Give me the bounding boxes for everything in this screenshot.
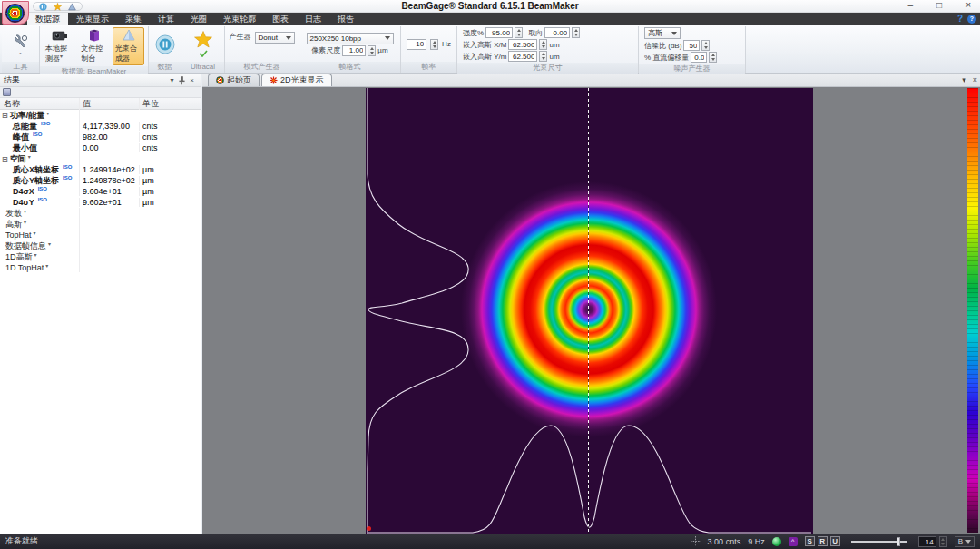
dc-offset-stepper[interactable] <box>709 52 717 63</box>
document-area: 起始页 2D光束显示 ▾ × <box>202 74 980 534</box>
noise-type-select[interactable]: 高斯 <box>644 27 681 39</box>
doc-menu-icon[interactable]: ▾ <box>962 75 966 84</box>
app-logo-plate[interactable] <box>2 1 29 25</box>
crosshair-horizontal[interactable] <box>366 309 813 309</box>
gauss-x-label: 嵌入高斯 X/M <box>463 40 506 50</box>
folder-console-icon <box>87 29 102 43</box>
tab-beam-profile[interactable]: 光束轮廓 <box>215 13 264 25</box>
generator-select[interactable]: Donut <box>255 32 295 44</box>
doc-close-icon[interactable]: × <box>973 75 977 84</box>
table-row[interactable]: 总能量ISO 4,117,339.00cnts <box>0 121 201 132</box>
zoom-slider-handle[interactable] <box>897 537 900 546</box>
pin-icon[interactable] <box>177 75 187 85</box>
group-label-beam-size: 光束尺寸 <box>457 63 638 74</box>
status-s-button[interactable]: S <box>805 536 815 546</box>
orientation-input[interactable] <box>544 27 570 38</box>
table-row[interactable]: 最小值 0.00cnts <box>0 142 201 153</box>
tab-data-source[interactable]: 数据源 <box>27 13 68 25</box>
tab-capture[interactable]: 采集 <box>117 13 150 25</box>
crosshair-vertical[interactable] <box>588 88 589 534</box>
ribbon: - 工具 本地探测器▾ <box>0 25 980 74</box>
collapse-icon: ⊟ <box>2 112 8 120</box>
table-row[interactable]: ⊟空间▾ <box>0 153 201 164</box>
gauss-y-input[interactable] <box>508 51 537 62</box>
color-palette-bar[interactable] <box>967 88 978 533</box>
snr-stepper[interactable] <box>701 40 710 51</box>
minimize-button[interactable]: – <box>908 0 914 10</box>
file-console-button[interactable]: 文件控制台 <box>79 28 109 64</box>
zoom-stepper[interactable] <box>939 536 947 547</box>
group-beam-size: 强度% 取向 嵌入高斯 X/M um 嵌入高斯 Y/m <box>457 26 639 73</box>
about-help-icon[interactable]: ? <box>967 15 976 24</box>
zoom-value-input[interactable]: 14 <box>918 536 936 547</box>
beamgage-window: BeamGage® Standard 6.15.1 BeamMaker – □ … <box>0 0 980 549</box>
panel-close-icon[interactable]: × <box>187 75 197 85</box>
snr-input[interactable] <box>683 40 700 51</box>
frame-rate-input[interactable] <box>407 39 426 50</box>
tab-start-page[interactable]: 起始页 <box>208 74 260 86</box>
tab-beam-display[interactable]: 光束显示 <box>68 13 117 25</box>
table-row[interactable]: D4σYISO 9.602e+01µm <box>0 197 201 208</box>
gauss-y-stepper[interactable] <box>539 51 547 62</box>
beam-synthesizer-button[interactable]: 光束合成器 <box>113 27 144 65</box>
table-row[interactable]: D4σXISO 9.604e+01µm <box>0 186 201 197</box>
table-row[interactable]: 发散▾ <box>0 208 201 219</box>
palette-select[interactable]: B <box>955 536 975 547</box>
zoom-slider[interactable] <box>851 541 907 543</box>
gauss-x-stepper[interactable] <box>539 39 547 50</box>
group-noise-generator: 高斯 信噪比 (dB) % 直流偏移量 噪声产生器 <box>639 26 746 73</box>
group-label-frame-format: 帧格式 <box>299 62 400 73</box>
snr-label: 信噪比 (dB) <box>644 41 681 51</box>
local-detector-button[interactable]: 本地探测器▾ <box>44 28 75 64</box>
orientation-stepper[interactable] <box>572 27 580 38</box>
pixel-scale-input[interactable] <box>342 45 366 56</box>
restore-button[interactable]: □ <box>936 0 942 10</box>
tools-dropdown-dash[interactable]: - <box>19 49 21 55</box>
ribbon-tab-row: 数据源 光束显示 采集 计算 光圈 光束轮廓 图表 日志 报告 ? ? <box>0 13 980 25</box>
table-row[interactable]: 1D高斯▾ <box>0 251 201 262</box>
group-label-tools: 工具 <box>2 62 39 73</box>
chevron-down-icon <box>385 36 390 40</box>
panel-menu-icon[interactable]: ▾ <box>167 75 177 85</box>
tab-aperture[interactable]: 光圈 <box>182 13 215 25</box>
dc-offset-input[interactable] <box>691 52 707 63</box>
table-row[interactable]: 1D TopHat▾ <box>0 262 201 273</box>
pixel-scale-stepper[interactable] <box>368 45 376 56</box>
results-settings-icon[interactable] <box>3 88 11 96</box>
tab-logging[interactable]: 日志 <box>297 13 329 25</box>
table-row[interactable]: TopHat▾ <box>0 230 201 240</box>
beam-2d-canvas[interactable] <box>366 88 813 534</box>
frame-rate-stepper[interactable] <box>430 39 438 50</box>
ultracal-star-icon[interactable] <box>193 31 213 49</box>
table-row[interactable]: 数据帧信息▾ <box>0 240 201 251</box>
group-frame-rate: Hz 帧率 <box>401 26 457 73</box>
table-row[interactable]: 质心X轴坐标ISO 1.249914e+02µm <box>0 164 201 175</box>
collapse-icon: ⊟ <box>2 155 8 163</box>
tab-2d-beam-display[interactable]: 2D光束显示 <box>261 74 332 86</box>
intensity-stepper[interactable] <box>514 27 523 38</box>
quick-access-toolbar <box>33 2 83 11</box>
tab-report[interactable]: 报告 <box>329 13 362 25</box>
pause-quick-icon[interactable] <box>39 3 47 11</box>
ultracal-quick-icon[interactable] <box>54 3 62 11</box>
pause-button-icon[interactable] <box>155 34 175 54</box>
chevron-down-icon <box>286 36 291 40</box>
close-button[interactable]: × <box>965 0 971 10</box>
document-tab-bar: 起始页 2D光束显示 ▾ × <box>202 74 980 87</box>
table-row[interactable]: 高斯▾ <box>0 219 201 230</box>
intensity-input[interactable] <box>485 27 513 38</box>
tab-charts[interactable]: 图表 <box>264 13 297 25</box>
table-row[interactable]: 峰值ISO 982.00cnts <box>0 132 201 142</box>
intensity-label: 强度% <box>463 28 484 38</box>
tab-computations[interactable]: 计算 <box>150 13 182 25</box>
table-row[interactable]: 质心Y轴坐标ISO 1.249878e+02µm <box>0 175 201 186</box>
status-r-button[interactable]: R <box>818 536 828 546</box>
prism-quick-icon[interactable] <box>68 3 76 11</box>
gauss-x-input[interactable] <box>508 39 537 50</box>
help-icon[interactable]: ? <box>957 14 963 24</box>
table-row[interactable]: ⊟功率/能量▾ <box>0 110 201 121</box>
frame-format-select[interactable]: 250X250 10bpp <box>307 33 394 44</box>
cursor-counts-value: 3.00 cnts <box>708 537 741 546</box>
status-u-button[interactable]: U <box>830 536 840 546</box>
wrench-icon[interactable] <box>14 34 28 48</box>
